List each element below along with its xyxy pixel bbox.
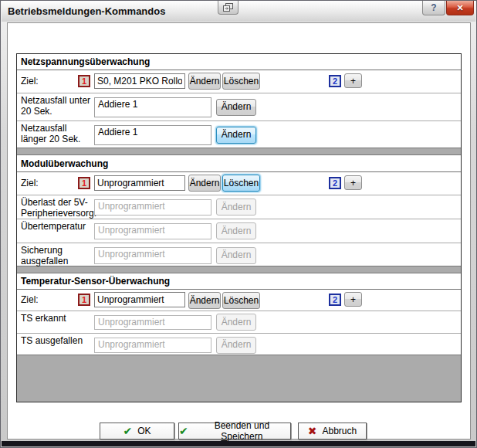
- event-row: Netzausfall unter 20 Sek. Addiere 1 Ände…: [17, 93, 461, 121]
- ziel-label: Ziel:: [21, 76, 39, 87]
- section-title: Temperatur-Sensor-Überwachung: [17, 273, 461, 290]
- target2-badge: 2: [329, 75, 341, 87]
- aendern-button: Ändern: [216, 337, 256, 354]
- ziel-value-field[interactable]: [94, 73, 185, 89]
- add-target-button[interactable]: +: [344, 175, 362, 190]
- cancel-label: Abbruch: [323, 426, 357, 436]
- command-value-box: Unprogrammiert: [94, 223, 211, 239]
- cross-icon: ✖: [308, 425, 317, 437]
- ziel-row: Ziel: 1 Ändern Löschen 2 +: [17, 290, 461, 311]
- monitoring-table: Netzspannungsüberwachung Ziel: 1 Ändern …: [16, 53, 462, 402]
- aendern-button[interactable]: Ändern: [188, 175, 221, 192]
- command-value-box: Unprogrammiert: [94, 247, 211, 264]
- target1-badge: 1: [78, 294, 90, 306]
- aendern-button: Ändern: [216, 222, 256, 239]
- close-button[interactable]: ✕: [446, 1, 474, 15]
- target1-badge: 1: [78, 177, 90, 189]
- save-label: Beenden und Speichern: [194, 420, 290, 442]
- event-label: Sicherung ausgefallen: [21, 245, 95, 266]
- window-title: Betriebsmeldungen-Kommandos: [8, 5, 165, 17]
- check-icon: ✔: [179, 425, 188, 437]
- target2-badge: 2: [329, 177, 341, 189]
- dialog-body: Netzspannungsüberwachung Ziel: 1 Ändern …: [7, 22, 471, 440]
- command-value-box: Unprogrammiert: [94, 315, 211, 330]
- ok-label: OK: [137, 426, 151, 436]
- aendern-button[interactable]: Ändern: [188, 73, 221, 90]
- help-icon: ?: [431, 2, 436, 13]
- ziel-value-field[interactable]: [94, 292, 185, 307]
- save-and-exit-button[interactable]: ✔ Beenden und Speichern: [178, 423, 291, 440]
- section-netzspannungsueberwachung: Netzspannungsüberwachung Ziel: 1 Ändern …: [17, 54, 461, 148]
- dock-button[interactable]: [218, 1, 238, 15]
- event-label: Netzausfall länger 20 Sek.: [21, 123, 95, 144]
- event-label: Überlast der 5V-Peripherieversorg.: [21, 197, 95, 219]
- event-label: TS erkannt: [21, 313, 95, 324]
- ziel-label: Ziel:: [21, 294, 39, 305]
- section-temperatur-sensor-ueberwachung: Temperatur-Sensor-Überwachung Ziel: 1 Än…: [17, 273, 461, 355]
- event-row: Netzausfall länger 20 Sek. Addiere 1 Änd…: [17, 121, 461, 148]
- close-icon: ✕: [456, 3, 463, 13]
- event-label: TS ausgefallen: [21, 335, 95, 346]
- ziel-row: Ziel: 1 Ändern Löschen 2 +: [17, 172, 461, 195]
- add-target-button[interactable]: +: [344, 292, 362, 307]
- event-row: TS erkannt Unprogrammiert Ändern: [17, 311, 461, 334]
- loeschen-button[interactable]: Löschen: [222, 175, 260, 192]
- aendern-button[interactable]: Ändern: [188, 292, 221, 309]
- event-row: Übertemperatur Unprogrammiert Ändern: [17, 219, 461, 243]
- ziel-label: Ziel:: [21, 178, 39, 188]
- section-title: Netzspannungsüberwachung: [17, 54, 461, 70]
- aendern-button[interactable]: Ändern: [216, 127, 256, 144]
- loeschen-button[interactable]: Löschen: [222, 292, 260, 309]
- add-target-button[interactable]: +: [344, 73, 362, 88]
- command-value-box: Unprogrammiert: [94, 199, 211, 216]
- event-label: Netzausfall unter 20 Sek.: [21, 95, 95, 117]
- dock-icon: [223, 3, 233, 12]
- aendern-button: Ändern: [216, 247, 256, 264]
- dialog-window: Betriebsmeldungen-Kommandos ? ✕ Netzspan…: [0, 0, 477, 448]
- section-moduluberwachung: Modulüberwachung Ziel: 1 Ändern Löschen …: [17, 154, 461, 266]
- command-value-box: Addiere 1: [94, 125, 211, 145]
- ziel-row: Ziel: 1 Ändern Löschen 2 +: [17, 70, 461, 93]
- section-title: Modulüberwachung: [17, 155, 461, 172]
- command-value-box: Unprogrammiert: [94, 338, 211, 353]
- aendern-button: Ändern: [216, 199, 256, 216]
- target1-badge: 1: [78, 75, 90, 87]
- cancel-button[interactable]: ✖ Abbruch: [298, 423, 367, 440]
- event-row: Überlast der 5V-Peripherieversorg. Unpro…: [17, 195, 461, 219]
- window-bottom-edge: [2, 441, 475, 446]
- title-bar[interactable]: Betriebsmeldungen-Kommandos: [2, 1, 475, 22]
- command-value-box: Addiere 1: [94, 97, 211, 117]
- aendern-button[interactable]: Ändern: [216, 99, 256, 116]
- help-button[interactable]: ?: [422, 1, 445, 15]
- event-label: Übertemperatur: [21, 221, 95, 232]
- target2-badge: 2: [329, 294, 341, 306]
- event-row: Sicherung ausgefallen Unprogrammiert Änd…: [17, 243, 461, 267]
- loeschen-button[interactable]: Löschen: [222, 73, 260, 90]
- check-icon: ✔: [123, 425, 132, 437]
- ok-button[interactable]: ✔ OK: [100, 423, 174, 440]
- event-row: TS ausgefallen Unprogrammiert Ändern: [17, 334, 461, 356]
- aendern-button: Ändern: [216, 314, 256, 331]
- ziel-value-field[interactable]: [94, 175, 185, 191]
